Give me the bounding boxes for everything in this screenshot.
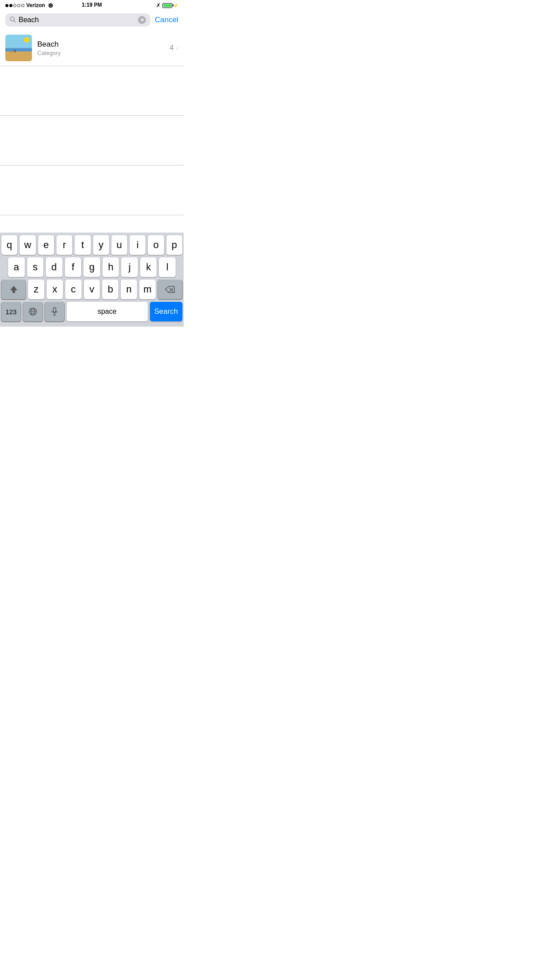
dot-4 [17, 4, 20, 7]
search-bar-row: ✕ Cancel [0, 10, 184, 30]
result-info: Beach Category [37, 40, 164, 56]
key-t[interactable]: t [75, 235, 91, 255]
key-i[interactable]: i [130, 235, 146, 255]
svg-rect-6 [5, 49, 32, 51]
key-z[interactable]: z [28, 280, 44, 299]
key-f[interactable]: f [65, 257, 82, 277]
result-thumbnail [5, 35, 32, 61]
key-v[interactable]: v [84, 280, 100, 299]
key-y[interactable]: y [93, 235, 109, 255]
bolt-icon: ⚡ [173, 3, 178, 8]
backspace-key[interactable] [158, 280, 182, 299]
dot-1 [5, 4, 8, 7]
carrier-label: Verizon [26, 2, 45, 8]
key-u[interactable]: u [111, 235, 127, 255]
keyboard-row-3: z x c v b n m [0, 277, 184, 299]
status-time: 1:19 PM [82, 2, 102, 8]
svg-rect-5 [5, 51, 32, 61]
empty-row-2 [0, 116, 184, 166]
key-b[interactable]: b [102, 280, 118, 299]
svg-rect-9 [15, 51, 16, 53]
keyboard: q w e r t y u i o p a s d f g h j k l z … [0, 233, 184, 327]
result-subtitle: Category [37, 50, 164, 56]
bluetooth-icon: ✗ [156, 2, 161, 8]
key-q[interactable]: q [1, 235, 17, 255]
key-g[interactable]: g [83, 257, 100, 277]
dot-5 [21, 4, 24, 7]
battery-container: ⚡ [162, 3, 178, 8]
cancel-button[interactable]: Cancel [155, 16, 178, 24]
svg-point-8 [15, 50, 16, 51]
key-j[interactable]: j [121, 257, 138, 277]
svg-point-7 [10, 51, 14, 53]
key-s[interactable]: s [27, 257, 44, 277]
search-key[interactable]: Search [150, 302, 182, 321]
svg-marker-10 [10, 286, 17, 293]
result-title: Beach [37, 40, 164, 49]
result-count: 4 [169, 44, 173, 52]
dot-2 [9, 4, 12, 7]
search-input[interactable] [19, 16, 135, 24]
keyboard-row-1: q w e r t y u i o p [0, 233, 184, 255]
key-h[interactable]: h [102, 257, 119, 277]
status-bar: Verizon ⊛ 1:19 PM ✗ ⚡ [0, 0, 184, 10]
key-a[interactable]: a [8, 257, 25, 277]
svg-rect-18 [53, 308, 56, 312]
key-w[interactable]: w [20, 235, 35, 255]
result-meta: 4 › [169, 44, 178, 52]
mic-key[interactable] [45, 302, 64, 321]
space-key[interactable]: space [67, 302, 148, 321]
key-l[interactable]: l [159, 257, 176, 277]
search-icon [10, 16, 16, 24]
numbers-key[interactable]: 123 [1, 302, 21, 321]
key-c[interactable]: c [65, 280, 82, 299]
battery-fill [163, 4, 171, 7]
dot-3 [13, 4, 16, 7]
empty-row-1 [0, 66, 184, 116]
battery-icon [162, 3, 172, 8]
key-n[interactable]: n [121, 280, 137, 299]
wifi-icon: ⊛ [48, 2, 53, 9]
key-o[interactable]: o [148, 235, 164, 255]
key-r[interactable]: r [56, 235, 72, 255]
result-item-beach[interactable]: Beach Category 4 › [0, 30, 184, 66]
clear-icon: ✕ [140, 18, 144, 23]
key-m[interactable]: m [139, 280, 156, 299]
signal-dots [5, 4, 24, 7]
empty-row-3 [0, 166, 184, 215]
key-p[interactable]: p [166, 235, 182, 255]
globe-key[interactable] [23, 302, 43, 321]
key-k[interactable]: k [140, 257, 157, 277]
key-d[interactable]: d [46, 257, 63, 277]
status-left: Verizon ⊛ [5, 2, 53, 9]
keyboard-row-4: 123 space Search [0, 299, 184, 325]
svg-point-3 [24, 37, 29, 43]
shift-key[interactable] [1, 280, 26, 299]
status-right: ✗ ⚡ [156, 2, 178, 8]
chevron-right-icon: › [176, 44, 178, 51]
clear-button[interactable]: ✕ [138, 16, 146, 24]
key-e[interactable]: e [38, 235, 54, 255]
key-x[interactable]: x [47, 280, 63, 299]
keyboard-row-2: a s d f g h j k l [0, 255, 184, 277]
results-list: Beach Category 4 › [0, 30, 184, 66]
svg-line-1 [14, 20, 16, 22]
search-input-wrapper[interactable]: ✕ [5, 13, 150, 27]
